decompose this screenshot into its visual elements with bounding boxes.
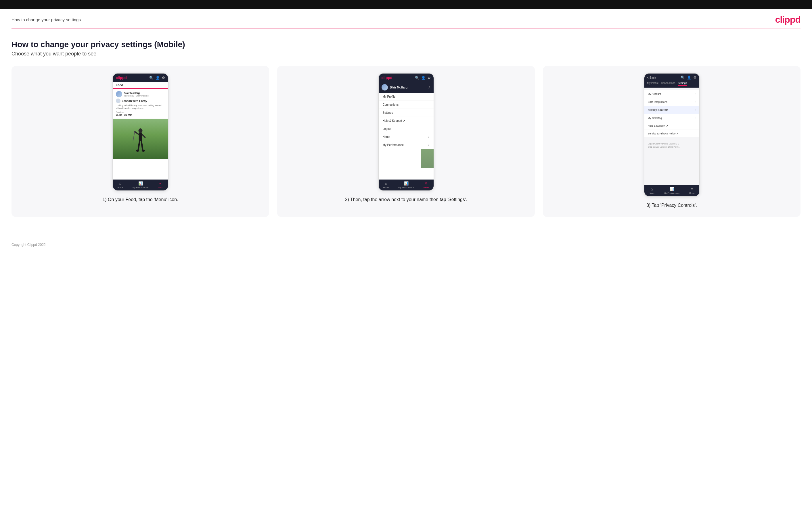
phone2-body: Blair McHarg ∧ My Profile Connections Se… <box>379 82 434 179</box>
phone3-version-info: Clippd Client Version: 2022.8.3-3 GQL Se… <box>644 140 699 151</box>
phone2-menu-logout: Logout <box>379 125 434 133</box>
phone2-menu-my-profile: My Profile <box>379 93 434 101</box>
phone2-menu-help: Help & Support ↗ <box>379 117 434 125</box>
phone3-menu-icon: ≡ <box>691 187 693 191</box>
phone3-home-label: Home <box>649 192 655 194</box>
top-bar <box>0 0 812 9</box>
phone3-privacy-controls-label: Privacy Controls <box>648 109 668 111</box>
phone1-header: clippd 🔍 👤 ⚙ <box>113 73 168 82</box>
phone1-body: Feed Blair McHarg Yesterday · Sunningdal… <box>113 82 168 179</box>
golfer-silhouette <box>133 127 148 159</box>
phone3-search-icon: 🔍 <box>680 75 685 79</box>
phone3-nav-home: ⌂ Home <box>649 187 655 194</box>
phone2-header: clippd 🔍 👤 ⚙ <box>379 73 434 82</box>
phone3-help-label: Help & Support ↗ <box>648 124 668 127</box>
main-content: How to change your privacy settings (Mob… <box>0 29 812 234</box>
phone1-home-icon: ⌂ <box>119 181 121 185</box>
phone3-data-integrations-chevron: › <box>695 100 696 103</box>
phone1-golf-image <box>113 119 168 159</box>
phone2-icons: 🔍 👤 ⚙ <box>415 76 431 80</box>
phone2-username: Blair McHarg <box>390 86 408 89</box>
phone1-bottom-nav: ⌂ Home 📊 My Performance ≡ Menu <box>113 179 168 190</box>
phone1-user-icon: 👤 <box>156 76 160 80</box>
phone1-user-info: Blair McHarg Yesterday · Sunningdale <box>124 92 149 97</box>
phone3-performance-label: My Performance <box>664 192 680 194</box>
step-2-card: clippd 🔍 👤 ⚙ <box>277 66 535 217</box>
phone3-back-button: < Back <box>647 76 656 79</box>
phone1-username: Blair McHarg <box>124 92 149 95</box>
footer: Copyright Clippd 2022 <box>0 234 812 252</box>
phone1-duration-label: Duration <box>116 111 165 113</box>
phone2-settings-icon: ⚙ <box>427 76 431 80</box>
phone1-icons: 🔍 👤 ⚙ <box>149 76 165 80</box>
phone2-avatar <box>382 84 388 91</box>
phone3-icons: 🔍 👤 ⚙ <box>680 75 697 79</box>
phone2-performance-label: My Performance <box>383 143 404 147</box>
phone1-post: Blair McHarg Yesterday · Sunningdale Les… <box>113 89 168 119</box>
phone3-tab-settings: Settings <box>678 81 687 86</box>
phone3-nav-menu: ≡ Menu <box>689 187 695 194</box>
phone2-home-icon: ⌂ <box>385 181 387 185</box>
phone2-home-chevron: ∨ <box>427 135 429 138</box>
phone-1-mockup: clippd 🔍 👤 ⚙ Feed Blair McHarg <box>112 73 168 191</box>
step-3-card: < Back 🔍 👤 ⚙ My Profile Connections Sett… <box>543 66 801 217</box>
svg-point-0 <box>139 128 143 133</box>
phone1-duration-val: 01 hr : 30 min <box>116 113 165 116</box>
phone2-user-header: Blair McHarg ∧ <box>379 82 434 93</box>
phone3-my-account-label: My Account <box>648 93 661 95</box>
phone3-menu-label: Menu <box>689 192 695 194</box>
header: How to change your privacy settings clip… <box>0 9 812 28</box>
phone2-user-left: Blair McHarg <box>382 84 408 91</box>
page-heading: How to change your privacy settings (Mob… <box>11 40 801 49</box>
phone1-nav-menu: ≡ Menu <box>158 181 163 189</box>
phone1-avatar <box>116 91 122 97</box>
phone2-section-home: Home ∨ <box>379 133 434 141</box>
svg-line-4 <box>133 131 135 141</box>
phone1-feed-bar: Feed <box>113 82 168 89</box>
phone3-item-golf-bag: My Golf Bag › <box>644 114 699 122</box>
phone2-search-icon: 🔍 <box>415 76 419 80</box>
phone-2-mockup: clippd 🔍 👤 ⚙ <box>378 73 434 191</box>
phone1-logo: clippd <box>116 75 127 80</box>
phone1-menu-icon: ≡ <box>159 181 162 185</box>
header-title: How to change your privacy settings <box>11 17 81 22</box>
svg-line-6 <box>142 141 143 150</box>
phone3-item-service-privacy: Service & Privacy Policy ↗ <box>644 130 699 137</box>
logo: clippd <box>775 14 801 25</box>
phone3-version-line1: Clippd Client Version: 2022.8.3-3 <box>648 142 696 145</box>
phone3-item-my-account: My Account › <box>644 90 699 98</box>
phone2-performance-label2: My Performance <box>398 186 414 189</box>
svg-line-2 <box>135 131 139 134</box>
phone3-header: < Back 🔍 👤 ⚙ <box>644 73 699 81</box>
phone3-data-integrations-label: Data Integrations <box>648 101 668 103</box>
phone1-performance-icon: 📊 <box>138 181 143 185</box>
phone3-tab-profile: My Profile <box>647 81 659 86</box>
phone1-search-icon: 🔍 <box>149 76 154 80</box>
footer-copyright: Copyright Clippd 2022 <box>11 243 46 247</box>
phone1-lesson-row: Lesson with Fordy <box>116 99 165 103</box>
phone2-nav-menu: ✕ Menu <box>423 181 429 189</box>
phone2-menu-settings: Settings <box>379 109 434 117</box>
phone3-nav-performance: 📊 My Performance <box>664 187 680 194</box>
phone2-performance-icon: 📊 <box>404 181 409 185</box>
phone3-bottom-nav: ⌂ Home 📊 My Performance ≡ Menu <box>644 185 699 196</box>
svg-point-8 <box>142 150 145 152</box>
step-2-caption: 2) Then, tap the arrow next to your name… <box>345 196 467 203</box>
phone2-home-label: Home <box>383 135 391 138</box>
phone3-user-icon: 👤 <box>687 75 691 79</box>
phone2-arrow-icon: ∧ <box>428 85 431 89</box>
phone2-nav-home: ⌂ Home <box>383 181 389 189</box>
phone-3-mockup: < Back 🔍 👤 ⚙ My Profile Connections Sett… <box>644 73 700 197</box>
phone1-nav-performance: 📊 My Performance <box>133 181 148 189</box>
phone3-settings-list: My Account › Data Integrations › Privacy… <box>644 88 699 140</box>
phone2-close-icon: ✕ <box>424 181 427 185</box>
svg-line-3 <box>142 134 145 137</box>
phone2-logo: clippd <box>382 75 393 80</box>
phone2-user-icon: 👤 <box>421 76 425 80</box>
phone1-nav-home: ⌂ Home <box>117 181 123 189</box>
phone3-golf-bag-label: My Golf Bag <box>648 117 662 119</box>
phone3-privacy-controls-chevron: › <box>695 108 696 111</box>
phone1-settings-icon: ⚙ <box>162 76 165 80</box>
phone2-bottom-nav: ⌂ Home 📊 My Performance ✕ Menu <box>379 179 434 190</box>
step-1-card: clippd 🔍 👤 ⚙ Feed Blair McHarg <box>11 66 269 217</box>
